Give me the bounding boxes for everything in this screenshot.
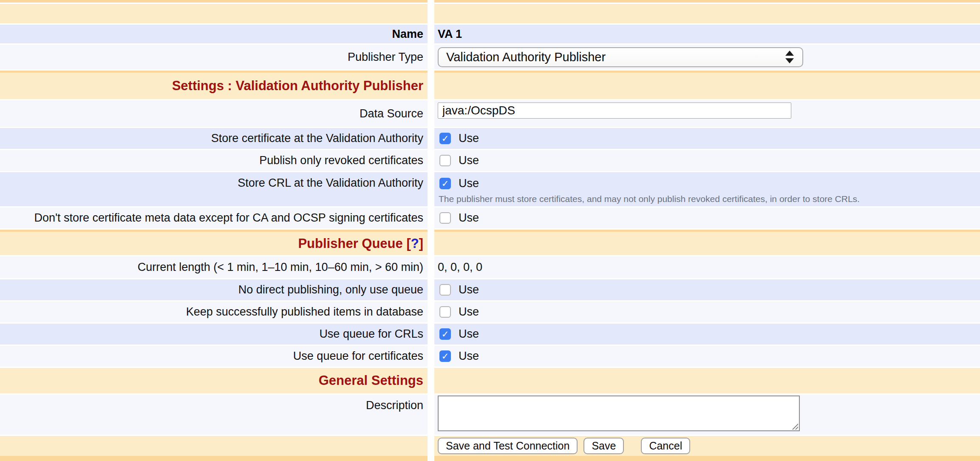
description-value-cell bbox=[434, 395, 980, 435]
publisher-type-label-cell: Publisher Type bbox=[0, 45, 428, 69]
publish-only-revoked-checkbox[interactable] bbox=[439, 155, 451, 166]
section-band-empty bbox=[0, 4, 980, 23]
name-value: VA 1 bbox=[438, 28, 462, 41]
publisher-type-select[interactable]: Validation Authority Publisher bbox=[438, 47, 803, 67]
keep-published-checkbox[interactable] bbox=[439, 306, 451, 318]
data-source-label-cell: Data Source bbox=[0, 100, 428, 127]
description-label-cell: Description bbox=[0, 395, 428, 435]
general-settings-section-cell: General Settings bbox=[0, 368, 428, 393]
cancel-button[interactable]: Cancel bbox=[641, 438, 690, 454]
select-spinner-icon bbox=[785, 51, 794, 63]
use-label: Use bbox=[459, 177, 479, 190]
use-label: Use bbox=[459, 132, 479, 145]
bottom-border-strip bbox=[0, 456, 980, 461]
publish-only-revoked-label-cell: Publish only revoked certificates bbox=[0, 150, 428, 171]
arrow-up-icon bbox=[785, 51, 794, 56]
buttons-row-cell: Save and Test Connection Save Cancel bbox=[434, 436, 980, 456]
publisher-type-selected-option: Validation Authority Publisher bbox=[446, 50, 606, 64]
publisher-type-value-cell: Validation Authority Publisher bbox=[434, 45, 980, 69]
save-and-test-connection-button[interactable]: Save and Test Connection bbox=[438, 438, 578, 454]
column-gap bbox=[428, 279, 434, 300]
no-direct-publishing-label-cell: No direct publishing, only use queue bbox=[0, 279, 428, 300]
name-label: Name bbox=[392, 28, 423, 41]
table-row-publish-only-revoked: Publish only revoked certificates Use bbox=[0, 150, 980, 171]
store-certificate-value-cell: Use bbox=[434, 128, 980, 149]
queue-crls-checkbox[interactable] bbox=[439, 328, 451, 340]
table-row-dont-store-meta: Don't store certificate meta data except… bbox=[0, 208, 980, 228]
dont-store-meta-value-cell: Use bbox=[434, 208, 980, 228]
dont-store-meta-label: Don't store certificate meta data except… bbox=[34, 211, 423, 225]
publisher-edit-page: Name VA 1 Publisher Type Validation Auth… bbox=[0, 0, 980, 461]
column-gap bbox=[428, 230, 434, 255]
section-row-general-settings: General Settings bbox=[0, 368, 980, 393]
column-gap bbox=[428, 172, 434, 206]
publisher-queue-help-link[interactable]: ? bbox=[411, 236, 419, 251]
column-gap bbox=[428, 208, 434, 228]
store-certificate-checkbox[interactable] bbox=[439, 133, 451, 144]
help-bracket-open: [ bbox=[406, 236, 411, 251]
queue-crls-label-cell: Use queue for CRLs bbox=[0, 324, 428, 344]
description-label: Description bbox=[366, 399, 423, 412]
publisher-type-label: Publisher Type bbox=[348, 51, 423, 64]
store-crl-note: The publisher must store certificates, a… bbox=[438, 194, 860, 204]
dont-store-meta-label-cell: Don't store certificate meta data except… bbox=[0, 208, 428, 228]
table-row-buttons: Save and Test Connection Save Cancel bbox=[0, 436, 980, 456]
current-length-value: 0, 0, 0, 0 bbox=[438, 261, 482, 274]
table-row-publisher-type: Publisher Type Validation Authority Publ… bbox=[0, 45, 980, 69]
settings-section-title: Settings : Validation Authority Publishe… bbox=[172, 78, 423, 94]
column-gap bbox=[428, 4, 434, 23]
queue-crls-value-cell: Use bbox=[434, 324, 980, 344]
buttons-row-left bbox=[0, 436, 428, 456]
arrow-down-icon bbox=[785, 58, 794, 63]
strip-right bbox=[434, 0, 980, 3]
data-source-input[interactable] bbox=[438, 102, 791, 119]
save-button[interactable]: Save bbox=[583, 438, 624, 454]
no-direct-publishing-value-cell: Use bbox=[434, 279, 980, 300]
queue-crls-label: Use queue for CRLs bbox=[319, 327, 423, 341]
store-crl-checkbox-line: Use bbox=[438, 177, 479, 190]
name-label-cell: Name bbox=[0, 25, 428, 43]
description-textarea[interactable] bbox=[438, 396, 800, 431]
queue-certificates-label: Use queue for certificates bbox=[293, 350, 423, 363]
column-gap bbox=[428, 368, 434, 393]
store-certificate-label-cell: Store certificate at the Validation Auth… bbox=[0, 128, 428, 149]
keep-published-label-cell: Keep successfully published items in dat… bbox=[0, 302, 428, 322]
table-row-queue-certificates: Use queue for certificates Use bbox=[0, 346, 980, 367]
keep-published-label: Keep successfully published items in dat… bbox=[186, 305, 423, 319]
settings-section-right bbox=[434, 71, 980, 99]
use-label: Use bbox=[459, 327, 479, 341]
general-settings-section-right bbox=[434, 368, 980, 393]
column-gap bbox=[428, 256, 434, 278]
table-row-name: Name VA 1 bbox=[0, 25, 980, 43]
store-crl-checkbox[interactable] bbox=[439, 178, 451, 189]
column-gap bbox=[428, 128, 434, 149]
publisher-queue-section-right bbox=[434, 230, 980, 255]
use-label: Use bbox=[459, 283, 479, 296]
table-row-data-source: Data Source bbox=[0, 100, 980, 127]
strip-left bbox=[0, 456, 428, 461]
use-label: Use bbox=[459, 154, 479, 167]
section-row-settings: Settings : Validation Authority Publishe… bbox=[0, 71, 980, 99]
no-direct-publishing-checkbox[interactable] bbox=[439, 284, 451, 296]
column-gap bbox=[428, 71, 434, 99]
description-textarea-wrap bbox=[438, 396, 800, 431]
column-gap bbox=[428, 324, 434, 344]
column-gap bbox=[428, 395, 434, 435]
queue-certificates-checkbox[interactable] bbox=[439, 350, 451, 362]
table-row-store-crl: Store CRL at the Validation Authority Us… bbox=[0, 172, 980, 206]
data-source-label: Data Source bbox=[360, 107, 423, 120]
publish-only-revoked-label: Publish only revoked certificates bbox=[259, 154, 423, 167]
current-length-label: Current length (< 1 min, 1–10 min, 10–60… bbox=[138, 261, 423, 274]
current-length-label-cell: Current length (< 1 min, 1–10 min, 10–60… bbox=[0, 256, 428, 278]
strip-left bbox=[0, 0, 428, 3]
table-row-no-direct-publishing: No direct publishing, only use queue Use bbox=[0, 279, 980, 300]
column-gap bbox=[428, 436, 434, 456]
table-row-description: Description bbox=[0, 395, 980, 435]
table-row-store-certificate: Store certificate at the Validation Auth… bbox=[0, 128, 980, 149]
dont-store-meta-checkbox[interactable] bbox=[439, 212, 451, 224]
store-crl-value-cell: Use The publisher must store certificate… bbox=[434, 172, 980, 206]
column-gap bbox=[428, 302, 434, 322]
top-border-strip bbox=[0, 0, 980, 3]
publisher-queue-section-title: Publisher Queue [?] bbox=[298, 236, 423, 251]
data-source-value-cell bbox=[434, 100, 980, 127]
